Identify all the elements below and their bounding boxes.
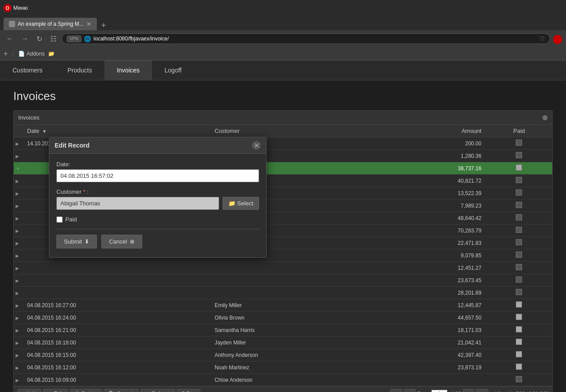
- search-button[interactable]: 🔍 Search: [104, 389, 139, 392]
- paid-checkbox-cell[interactable]: [516, 140, 522, 146]
- menu-label: Меню: [13, 5, 28, 11]
- prev-page-button[interactable]: ◀: [404, 389, 415, 392]
- modal-close-button[interactable]: ✕: [252, 141, 261, 150]
- bookmark-folder[interactable]: 📁: [48, 51, 55, 57]
- expand-arrow-icon[interactable]: ▼: [16, 166, 20, 171]
- back-button[interactable]: ←: [4, 34, 16, 44]
- expand-arrow-icon[interactable]: ▶: [16, 141, 19, 146]
- opera-icon[interactable]: ⬤: [553, 33, 562, 44]
- tab-close-icon[interactable]: ✕: [86, 20, 92, 28]
- url-text[interactable]: localhost:8080/fbjavaex/invoice/: [94, 36, 537, 42]
- add-bookmark-button[interactable]: +: [4, 50, 8, 58]
- expand-arrow-icon[interactable]: ▶: [16, 253, 19, 258]
- paid-checkbox[interactable]: [56, 216, 63, 223]
- download-icon: ⬇: [84, 238, 89, 245]
- date-input[interactable]: [56, 169, 259, 182]
- paid-checkbox-cell[interactable]: [516, 376, 522, 382]
- paid-checkbox-cell[interactable]: [516, 177, 522, 183]
- nav-item-invoices[interactable]: Invoices: [104, 60, 152, 80]
- expand-arrow-icon[interactable]: ▶: [16, 378, 19, 383]
- first-page-button[interactable]: ⏮: [390, 389, 403, 392]
- paid-checkbox-cell[interactable]: [516, 339, 522, 345]
- panel-add-icon[interactable]: ⊕: [542, 113, 548, 122]
- cell-date: 04.08.2015 16:21:00: [23, 324, 210, 336]
- paid-checkbox-cell[interactable]: [516, 264, 522, 270]
- paid-checkbox-cell[interactable]: [516, 202, 522, 208]
- expand-arrow-icon[interactable]: ▶: [16, 291, 19, 296]
- expand-arrow-icon[interactable]: ▶: [16, 191, 19, 196]
- next-page-button[interactable]: ▶: [463, 389, 474, 392]
- expand-arrow-icon[interactable]: ▶: [16, 216, 19, 221]
- customer-row: 📁 Select: [56, 197, 259, 210]
- expand-arrow-icon[interactable]: ▶: [16, 328, 19, 333]
- browser-menu[interactable]: O Меню: [4, 4, 28, 12]
- paid-checkbox-cell[interactable]: [516, 252, 522, 258]
- cell-amount: 7,989.23: [380, 200, 486, 212]
- tabs-button[interactable]: ☷: [48, 34, 59, 44]
- nav-item-logoff[interactable]: Logoff: [152, 60, 194, 80]
- delete-button[interactable]: 🗑 Delete: [70, 389, 102, 392]
- cell-amount: 40,821.72: [380, 175, 486, 187]
- expand-arrow-icon[interactable]: ▶: [16, 340, 19, 345]
- paid-checkbox-cell[interactable]: [516, 314, 522, 320]
- table-row[interactable]: ▶04.08.2015 16:12:00Noah Martinez23,873.…: [14, 361, 552, 374]
- new-tab-button[interactable]: +: [99, 21, 109, 30]
- active-tab[interactable]: An example of a Spring M... ✕: [4, 18, 97, 30]
- cancel-button[interactable]: Cancel ⊗: [101, 235, 142, 248]
- submit-button[interactable]: Submit ⬇: [56, 235, 97, 248]
- paid-checkbox-cell[interactable]: [516, 227, 522, 233]
- table-row[interactable]: ▶12,451.27: [14, 262, 552, 274]
- bookmark-addons[interactable]: 📄 Addons: [18, 51, 45, 57]
- table-row[interactable]: ▶04.08.2015 16:27:00Emily Miller12,445.8…: [14, 299, 552, 312]
- table-row[interactable]: ▶04.08.2015 16:15:00Anthony Anderson42,3…: [14, 349, 552, 361]
- paid-checkbox-cell[interactable]: [516, 351, 522, 357]
- sort-icon[interactable]: ▼: [42, 129, 47, 134]
- cell-paid: [486, 312, 552, 324]
- customer-input[interactable]: [56, 197, 219, 210]
- table-row[interactable]: ▶04.08.2015 16:21:00Samantha Harris18,17…: [14, 324, 552, 336]
- panel-title: Invoices: [18, 114, 40, 121]
- expand-arrow-icon[interactable]: ▶: [16, 316, 19, 320]
- paid-checkbox-cell[interactable]: [516, 326, 522, 332]
- reload-button[interactable]: ↻: [34, 34, 45, 44]
- paid-checkbox-cell[interactable]: [516, 214, 522, 220]
- page-input[interactable]: [431, 390, 447, 392]
- expand-arrow-icon[interactable]: ▶: [16, 303, 19, 308]
- bookmark-icon[interactable]: ♡: [539, 35, 545, 42]
- expand-arrow-icon[interactable]: ▶: [16, 365, 19, 370]
- browser-chrome: O Меню An example of a Spring M... ✕ + ←…: [0, 0, 566, 60]
- paid-checkbox-cell[interactable]: [516, 301, 522, 308]
- cell-paid: [486, 175, 552, 187]
- pay-button[interactable]: $ Pay: [177, 389, 200, 392]
- expand-arrow-icon[interactable]: ▶: [16, 204, 19, 208]
- table-row[interactable]: ▶23,673.45: [14, 274, 552, 287]
- paid-checkbox-cell[interactable]: [516, 276, 522, 283]
- nav-item-products[interactable]: Products: [55, 60, 104, 80]
- forward-button[interactable]: →: [19, 34, 31, 44]
- expand-arrow-icon[interactable]: ▶: [16, 179, 19, 184]
- expand-arrow-icon[interactable]: ▶: [16, 353, 19, 358]
- paid-checkbox-cell[interactable]: [516, 289, 522, 295]
- expand-arrow-icon[interactable]: ▶: [16, 228, 19, 233]
- edit-button[interactable]: ✏ Edit: [43, 389, 68, 392]
- table-row[interactable]: ▶04.08.2015 16:09:00Chloe Anderson: [14, 374, 552, 386]
- table-row[interactable]: ▶28,201.89: [14, 287, 552, 299]
- last-page-button[interactable]: ⏭: [476, 389, 488, 392]
- paid-checkbox-cell[interactable]: [516, 189, 522, 196]
- address-bar[interactable]: VPN 🌐 localhost:8080/fbjavaex/invoice/ ♡: [62, 33, 550, 44]
- add-button[interactable]: + Add: [17, 389, 41, 392]
- nav-item-customers[interactable]: Customers: [0, 60, 55, 80]
- expand-arrow-icon[interactable]: ▶: [16, 241, 19, 246]
- refresh-button[interactable]: ↺ Refresh: [140, 389, 175, 392]
- cell-date: 04.08.2015 16:09:00: [23, 374, 210, 386]
- expand-arrow-icon[interactable]: ▶: [16, 278, 19, 283]
- expand-arrow-icon[interactable]: ▶: [16, 154, 19, 159]
- paid-checkbox-cell[interactable]: [516, 164, 522, 171]
- expand-arrow-icon[interactable]: ▶: [16, 266, 19, 271]
- paid-checkbox-cell[interactable]: [516, 152, 522, 158]
- paid-checkbox-cell[interactable]: [516, 239, 522, 245]
- select-customer-button[interactable]: 📁 Select: [223, 197, 259, 210]
- table-row[interactable]: ▶04.08.2015 16:24:00Olivia Brown44,657.5…: [14, 312, 552, 324]
- table-row[interactable]: ▶04.08.2015 16:18:00Jayden Miller21,042.…: [14, 336, 552, 349]
- paid-checkbox-cell[interactable]: [516, 364, 522, 370]
